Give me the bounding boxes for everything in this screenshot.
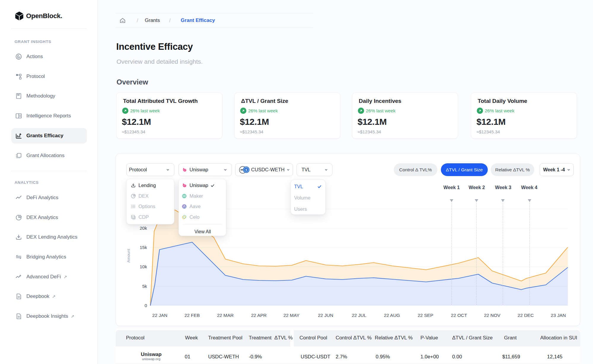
svg-text:$: $ bbox=[246, 168, 247, 171]
